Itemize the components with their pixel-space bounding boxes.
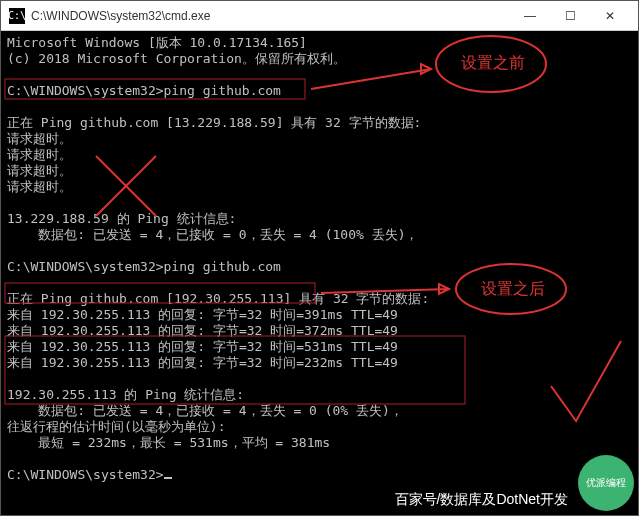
timeout-line: 请求超时。 (7, 131, 72, 146)
timeout-line: 请求超时。 (7, 179, 72, 194)
cmd-window: C:\ C:\WINDOWS\system32\cmd.exe — ☐ ✕ Mi… (0, 0, 639, 516)
reply-line: 来自 192.30.255.113 的回复: 字节=32 时间=372ms TT… (7, 323, 398, 338)
annotation-after: 设置之后 (481, 279, 545, 300)
stats-detail: 数据包: 已发送 = 4，已接收 = 4，丢失 = 0 (0% 丢失)， (7, 403, 403, 418)
close-button[interactable]: ✕ (590, 1, 630, 31)
prompt: C:\WINDOWS\system32> (7, 259, 164, 274)
rtt-title: 往返行程的估计时间(以毫秒为单位): (7, 419, 225, 434)
window-controls: — ☐ ✕ (510, 1, 630, 31)
prompt: C:\WINDOWS\system32> (7, 83, 164, 98)
ping-header: 正在 Ping github.com [192.30.255.113] 具有 3… (7, 291, 429, 306)
timeout-line: 请求超时。 (7, 163, 72, 178)
command-input: ping github.com (164, 83, 281, 98)
titlebar[interactable]: C:\ C:\WINDOWS\system32\cmd.exe — ☐ ✕ (1, 1, 638, 31)
reply-line: 来自 192.30.255.113 的回复: 字节=32 时间=531ms TT… (7, 339, 398, 354)
reply-line: 来自 192.30.255.113 的回复: 字节=32 时间=391ms TT… (7, 307, 398, 322)
timeout-line: 请求超时。 (7, 147, 72, 162)
command-input: ping github.com (164, 259, 281, 274)
annotation-before: 设置之前 (461, 53, 525, 74)
window-title: C:\WINDOWS\system32\cmd.exe (31, 9, 510, 23)
watermark-logo: 优派编程 (578, 455, 634, 511)
version-line: Microsoft Windows [版本 10.0.17134.165] (7, 35, 307, 50)
reply-line: 来自 192.30.255.113 的回复: 字节=32 时间=232ms TT… (7, 355, 398, 370)
prompt: C:\WINDOWS\system32> (7, 467, 164, 482)
rtt-detail: 最短 = 232ms，最长 = 531ms，平均 = 381ms (7, 435, 330, 450)
ping-header: 正在 Ping github.com [13.229.188.59] 具有 32… (7, 115, 421, 130)
copyright-line: (c) 2018 Microsoft Corporation。保留所有权利。 (7, 51, 346, 66)
cmd-icon: C:\ (9, 8, 25, 24)
cursor (164, 477, 172, 479)
stats-detail: 数据包: 已发送 = 4，已接收 = 0，丢失 = 4 (100% 丢失)， (7, 227, 419, 242)
stats-title: 192.30.255.113 的 Ping 统计信息: (7, 387, 244, 402)
maximize-button[interactable]: ☐ (550, 1, 590, 31)
minimize-button[interactable]: — (510, 1, 550, 31)
watermark-text: 百家号/数据库及DotNet开发 (395, 491, 568, 509)
stats-title: 13.229.188.59 的 Ping 统计信息: (7, 211, 236, 226)
terminal-area[interactable]: Microsoft Windows [版本 10.0.17134.165] (c… (1, 31, 638, 515)
